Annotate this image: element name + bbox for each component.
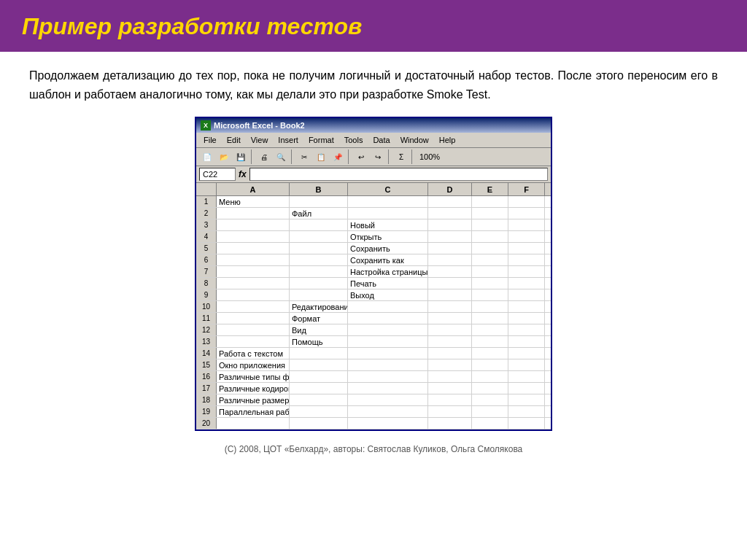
- table-row[interactable]: 5Сохранить: [196, 243, 551, 254]
- table-row[interactable]: 13Помощь: [196, 336, 551, 348]
- toolbar-redo[interactable]: ↪: [370, 149, 386, 164]
- cell-19-d[interactable]: [428, 406, 472, 417]
- cell-4-d[interactable]: [428, 231, 472, 242]
- cell-10-e[interactable]: [472, 301, 508, 312]
- table-row[interactable]: 1Меню: [196, 196, 551, 208]
- cell-5-c[interactable]: Сохранить: [348, 243, 428, 254]
- table-row[interactable]: 14Работа с текстом: [196, 348, 551, 359]
- toolbar-save[interactable]: 💾: [233, 149, 249, 164]
- cell-19-c[interactable]: [348, 406, 428, 417]
- toolbar-print[interactable]: 🖨: [256, 149, 272, 164]
- toolbar-open[interactable]: 📂: [216, 149, 232, 164]
- cell-15-e[interactable]: [472, 359, 508, 370]
- cell-14-c[interactable]: [348, 348, 428, 359]
- cell-17-e[interactable]: [472, 383, 508, 394]
- cell-14-a[interactable]: Работа с текстом: [217, 348, 290, 359]
- cell-13-d[interactable]: [428, 336, 472, 347]
- table-row[interactable]: 12Вид: [196, 324, 551, 336]
- toolbar-cut[interactable]: ✂: [296, 149, 312, 164]
- cell-6-e[interactable]: [472, 254, 508, 265]
- cell-17-b[interactable]: [290, 383, 348, 394]
- toolbar-paste[interactable]: 📌: [330, 149, 346, 164]
- cell-2-a[interactable]: [217, 208, 290, 219]
- cell-13-b[interactable]: Помощь: [290, 336, 348, 347]
- table-row[interactable]: 17Различные кодировки: [196, 383, 551, 394]
- table-row[interactable]: 9Выход: [196, 289, 551, 301]
- cell-4-e[interactable]: [472, 231, 508, 242]
- table-row[interactable]: 6Сохранить как: [196, 254, 551, 266]
- cell-16-f[interactable]: [508, 371, 545, 382]
- toolbar-undo[interactable]: ↩: [353, 149, 369, 164]
- cell-11-a[interactable]: [217, 313, 290, 324]
- toolbar-sum[interactable]: Σ: [393, 149, 409, 164]
- menu-window[interactable]: Window: [396, 134, 433, 146]
- cell-19-e[interactable]: [472, 406, 508, 417]
- cell-9-f[interactable]: [508, 289, 545, 300]
- cell-3-b[interactable]: [290, 219, 348, 230]
- cell-2-e[interactable]: [472, 208, 508, 219]
- table-row[interactable]: 10Редактирование: [196, 301, 551, 313]
- cell-12-d[interactable]: [428, 324, 472, 335]
- cell-reference-box[interactable]: C22: [199, 168, 236, 181]
- cell-6-f[interactable]: [508, 254, 545, 265]
- cell-20-a[interactable]: [217, 418, 290, 429]
- table-row[interactable]: 16Различные типы файлов: [196, 371, 551, 383]
- cell-12-f[interactable]: [508, 324, 545, 335]
- cell-12-c[interactable]: [348, 324, 428, 335]
- cell-19-f[interactable]: [508, 406, 545, 417]
- table-row[interactable]: 20: [196, 418, 551, 429]
- table-row[interactable]: 4Открыть: [196, 231, 551, 243]
- cell-1-b[interactable]: [290, 196, 348, 207]
- cell-12-a[interactable]: [217, 324, 290, 335]
- cell-7-e[interactable]: [472, 266, 508, 277]
- cell-11-c[interactable]: [348, 313, 428, 324]
- table-row[interactable]: 3Новый: [196, 219, 551, 231]
- cell-6-b[interactable]: [290, 254, 348, 265]
- cell-20-b[interactable]: [290, 418, 348, 429]
- cell-11-f[interactable]: [508, 313, 545, 324]
- menu-data[interactable]: Data: [368, 134, 394, 146]
- cell-10-c[interactable]: [348, 301, 428, 312]
- cell-8-d[interactable]: [428, 278, 472, 289]
- cell-13-a[interactable]: [217, 336, 290, 347]
- cell-8-a[interactable]: [217, 278, 290, 289]
- cell-8-e[interactable]: [472, 278, 508, 289]
- cell-9-c[interactable]: Выход: [348, 289, 428, 300]
- cell-9-a[interactable]: [217, 289, 290, 300]
- cell-19-a[interactable]: Параллельная работа нескольких копий при…: [217, 406, 290, 417]
- cell-6-a[interactable]: [217, 254, 290, 265]
- cell-17-c[interactable]: [348, 383, 428, 394]
- cell-12-e[interactable]: [472, 324, 508, 335]
- cell-6-c[interactable]: Сохранить как: [348, 254, 428, 265]
- cell-15-b[interactable]: [290, 359, 348, 370]
- cell-1-d[interactable]: [428, 196, 472, 207]
- cell-1-a[interactable]: Меню: [217, 196, 290, 207]
- table-row[interactable]: 18Различные размеры файлов: [196, 394, 551, 406]
- menu-file[interactable]: File: [199, 134, 221, 146]
- cell-10-a[interactable]: [217, 301, 290, 312]
- cell-3-d[interactable]: [428, 219, 472, 230]
- cell-13-c[interactable]: [348, 336, 428, 347]
- table-row[interactable]: 15Окно приложения: [196, 359, 551, 371]
- menu-help[interactable]: Help: [435, 134, 460, 146]
- cell-4-f[interactable]: [508, 231, 545, 242]
- cell-18-e[interactable]: [472, 394, 508, 405]
- cell-8-f[interactable]: [508, 278, 545, 289]
- cell-20-d[interactable]: [428, 418, 472, 429]
- cell-1-c[interactable]: [348, 196, 428, 207]
- cell-11-b[interactable]: Формат: [290, 313, 348, 324]
- cell-2-c[interactable]: [348, 208, 428, 219]
- menu-tools[interactable]: Tools: [340, 134, 368, 146]
- cell-6-d[interactable]: [428, 254, 472, 265]
- cell-13-e[interactable]: [472, 336, 508, 347]
- cell-5-b[interactable]: [290, 243, 348, 254]
- cell-7-b[interactable]: [290, 266, 348, 277]
- cell-3-e[interactable]: [472, 219, 508, 230]
- cell-16-b[interactable]: [290, 371, 348, 382]
- cell-16-d[interactable]: [428, 371, 472, 382]
- table-row[interactable]: 2Файл: [196, 208, 551, 219]
- cell-18-a[interactable]: Различные размеры файлов: [217, 394, 290, 405]
- cell-7-c[interactable]: Настройка страницы: [348, 266, 428, 277]
- cell-15-d[interactable]: [428, 359, 472, 370]
- cell-16-c[interactable]: [348, 371, 428, 382]
